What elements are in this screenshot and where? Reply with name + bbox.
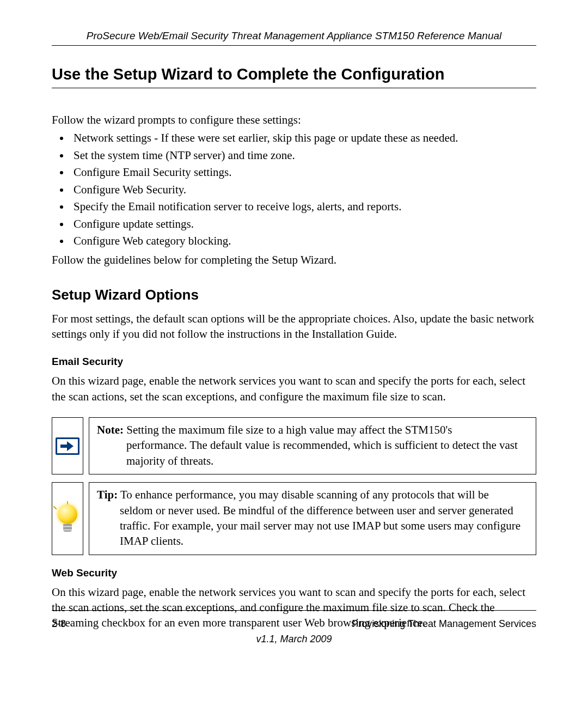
- list-item: Configure update settings.: [70, 216, 536, 232]
- list-item: Set the system time (NTP server) and tim…: [70, 147, 536, 163]
- web-security-heading: Web Security: [52, 567, 536, 579]
- tip-text-line1: To enhance performance, you may disable …: [118, 488, 489, 501]
- list-item: Configure Web Security.: [70, 181, 536, 198]
- tip-callout: Tip: To enhance performance, you may dis…: [52, 482, 536, 555]
- intro-paragraph: Follow the wizard prompts to configure t…: [52, 112, 536, 127]
- list-item: Configure Email Security settings.: [70, 164, 536, 180]
- version-footer: v1.1, March 2009: [52, 634, 536, 645]
- footer-rule: [52, 610, 536, 611]
- note-body: Note: Setting the maximum file size to a…: [89, 417, 536, 474]
- heading-1: Use the Setup Wizard to Complete the Con…: [52, 65, 536, 88]
- running-header: ProSecure Web/Email Security Threat Mana…: [52, 30, 536, 46]
- tip-lightbulb-icon: [52, 482, 83, 555]
- email-security-paragraph: On this wizard page, enable the network …: [52, 373, 536, 404]
- list-item: Specify the Email notification server to…: [70, 198, 536, 215]
- note-text-line1: Setting the maximum file size to a high …: [124, 423, 452, 436]
- note-label: Note:: [97, 423, 124, 436]
- note-text-rest: performance. The default value is recomm…: [97, 437, 528, 468]
- list-item: Network settings - If these were set ear…: [70, 130, 536, 146]
- tip-label: Tip:: [97, 488, 118, 501]
- note-arrow-icon: [52, 417, 83, 474]
- tip-body: Tip: To enhance performance, you may dis…: [89, 482, 536, 555]
- section-title-footer: Provisioning Threat Management Services: [352, 618, 536, 630]
- page-number: 2-8: [52, 618, 66, 630]
- tip-text-rest: seldom or never used. Be mindful of the …: [97, 503, 528, 549]
- options-paragraph: For most settings, the default scan opti…: [52, 311, 536, 342]
- after-list-paragraph: Follow the guidelines below for completi…: [52, 252, 536, 267]
- email-security-heading: Email Security: [52, 356, 536, 368]
- heading-2: Setup Wizard Options: [52, 287, 536, 303]
- list-item: Configure Web category blocking.: [70, 233, 536, 249]
- settings-list: Network settings - If these were set ear…: [52, 130, 536, 249]
- note-callout: Note: Setting the maximum file size to a…: [52, 417, 536, 474]
